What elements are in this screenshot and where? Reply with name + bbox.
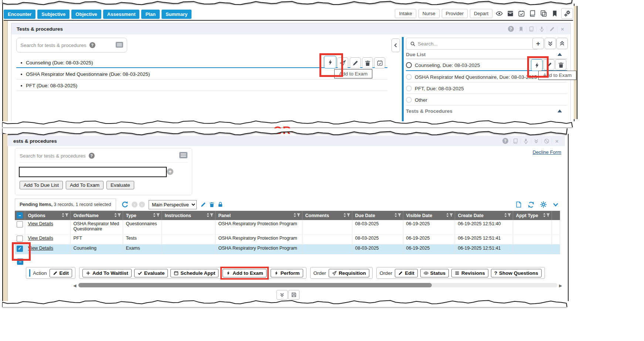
- collapse-panel-button[interactable]: [277, 290, 288, 300]
- tests-search-input[interactable]: [19, 167, 167, 177]
- close-icon[interactable]: ×: [552, 138, 562, 144]
- tab-encounter[interactable]: Encounter: [4, 10, 35, 19]
- due-list-item[interactable]: PFT, Due: 08-03-2025: [406, 84, 464, 93]
- tab-summary[interactable]: Summary: [162, 10, 191, 19]
- schedule-calendar-button[interactable]: [374, 57, 385, 68]
- new-document-icon[interactable]: [515, 201, 522, 208]
- edit-perspective-icon[interactable]: [200, 202, 206, 207]
- collapse-chevrons-icon[interactable]: [531, 138, 541, 144]
- help-icon[interactable]: ?: [506, 26, 516, 32]
- filter-icon[interactable]: [117, 213, 121, 218]
- requisition-button[interactable]: Requisition: [329, 269, 369, 277]
- tab-objective[interactable]: Objective: [71, 10, 101, 19]
- ban-icon[interactable]: [541, 138, 552, 144]
- edit-button[interactable]: Edit: [50, 269, 72, 277]
- close-icon[interactable]: ×: [557, 26, 567, 32]
- tab-subjective[interactable]: Subjective: [37, 10, 70, 19]
- sort-icon[interactable]: [153, 213, 156, 219]
- delete-button[interactable]: [555, 59, 566, 70]
- bookmark-icon[interactable]: [550, 9, 559, 18]
- nurse-button[interactable]: Nurse: [418, 9, 440, 18]
- edit-button[interactable]: Edit: [395, 269, 418, 277]
- row-checkbox[interactable]: [17, 236, 23, 242]
- due-list-item[interactable]: Counseling, Due: 08-03-2025: [406, 60, 480, 70]
- edit-button[interactable]: [350, 57, 361, 68]
- sort-icon[interactable]: [206, 213, 210, 219]
- table-row[interactable]: View Details OSHA Respirator Med Questio…: [15, 220, 560, 234]
- add-to-waitlist-button[interactable]: Add To Waitlist: [82, 269, 132, 277]
- provider-button[interactable]: Provider: [442, 9, 468, 18]
- eye-icon[interactable]: [495, 9, 504, 18]
- filter-icon[interactable]: [296, 213, 301, 218]
- add-to-exam-lightning-button[interactable]: [531, 59, 543, 71]
- add-to-exam-lightning-button[interactable]: [324, 56, 336, 68]
- tests-procedures-section-header[interactable]: Tests & Procedures: [406, 108, 453, 114]
- edit-pencil-icon[interactable]: [547, 26, 557, 32]
- view-details-link[interactable]: View Details: [28, 221, 54, 226]
- filter-icon[interactable]: [346, 213, 350, 218]
- select-all-checkbox[interactable]: −: [17, 259, 23, 265]
- filter-icon[interactable]: [65, 213, 69, 218]
- evaluate-button[interactable]: Evaluate: [106, 181, 134, 189]
- edit-button[interactable]: [543, 59, 555, 70]
- evaluate-button[interactable]: Evaluate: [134, 269, 168, 277]
- sort-icon[interactable]: [504, 213, 507, 219]
- collapse-section-icon[interactable]: [557, 53, 562, 56]
- view-details-link[interactable]: View Details: [28, 236, 54, 241]
- row-checkbox[interactable]: [17, 221, 23, 227]
- perspective-select[interactable]: Main Perspective: [149, 200, 197, 209]
- status-button[interactable]: Status: [420, 269, 449, 277]
- sort-icon[interactable]: [293, 213, 296, 219]
- bookmark-icon[interactable]: [516, 26, 526, 32]
- tab-plan[interactable]: Plan: [141, 10, 159, 19]
- due-list-item[interactable]: Other: [406, 95, 427, 105]
- revisions-button[interactable]: Revisions: [451, 269, 488, 277]
- row-checkbox[interactable]: ✓: [17, 246, 23, 252]
- sort-icon[interactable]: [394, 213, 397, 219]
- sort-icon[interactable]: [446, 213, 449, 219]
- filter-icon[interactable]: [507, 213, 511, 218]
- list-item[interactable]: PFT (Due: 08-03-2025): [18, 81, 77, 91]
- book-icon[interactable]: [528, 9, 537, 18]
- radio-icon[interactable]: [406, 85, 412, 91]
- lock-perspective-icon[interactable]: [217, 202, 223, 207]
- scroll-left-arrow[interactable]: ◀: [73, 283, 76, 288]
- show-questions-button[interactable]: ?Show Questions: [491, 269, 542, 277]
- collapse-section-icon[interactable]: [557, 109, 562, 112]
- select-all-checkbox[interactable]: −: [17, 212, 23, 219]
- decline-form-link[interactable]: Decline Form: [533, 149, 561, 155]
- schedule-appt-button[interactable]: Schedule Appt: [170, 269, 218, 277]
- list-item[interactable]: OSHA Respirator Med Questionnaire (Due: …: [18, 69, 150, 79]
- sort-icon[interactable]: [114, 213, 117, 219]
- collapse-all-button[interactable]: [556, 38, 568, 49]
- due-list-item[interactable]: OSHA Respirator Med Questionnaire, Due: …: [406, 72, 537, 82]
- delete-perspective-icon[interactable]: [209, 202, 215, 207]
- radio-icon[interactable]: [406, 62, 412, 68]
- list-icon[interactable]: [179, 152, 187, 159]
- undo-icon[interactable]: [121, 201, 129, 208]
- intake-button[interactable]: Intake: [395, 9, 416, 18]
- perform-button[interactable]: Perform: [271, 269, 303, 277]
- microphone-icon[interactable]: [536, 26, 547, 32]
- archive-icon[interactable]: [506, 9, 515, 18]
- filter-icon[interactable]: [156, 213, 160, 218]
- table-row-selected[interactable]: ✓ View Details Counseling Exams OSHA Res…: [15, 244, 560, 254]
- add-to-exam-button[interactable]: Add to Exam: [223, 269, 267, 277]
- collapse-sidebar-button[interactable]: [392, 38, 400, 52]
- add-plus-button[interactable]: +: [532, 38, 544, 49]
- sort-icon[interactable]: [61, 213, 65, 219]
- tests-search-field[interactable]: Search for tests & procedures ?: [16, 38, 127, 53]
- requisition-send-button[interactable]: [337, 57, 348, 68]
- list-icon[interactable]: [116, 42, 123, 49]
- save-button[interactable]: [288, 290, 299, 300]
- delete-button[interactable]: [362, 57, 373, 68]
- book-icon[interactable]: [526, 26, 536, 32]
- add-plus-icon[interactable]: +: [167, 168, 173, 175]
- tab-assessment[interactable]: Assessment: [103, 10, 140, 19]
- chevron-down-icon[interactable]: [552, 201, 559, 208]
- due-list-section-header[interactable]: Due List: [406, 52, 426, 57]
- radio-icon[interactable]: [406, 97, 412, 103]
- calendar-check-icon[interactable]: [517, 9, 526, 18]
- refresh-icon[interactable]: [528, 201, 535, 208]
- copy-icon[interactable]: [539, 9, 548, 18]
